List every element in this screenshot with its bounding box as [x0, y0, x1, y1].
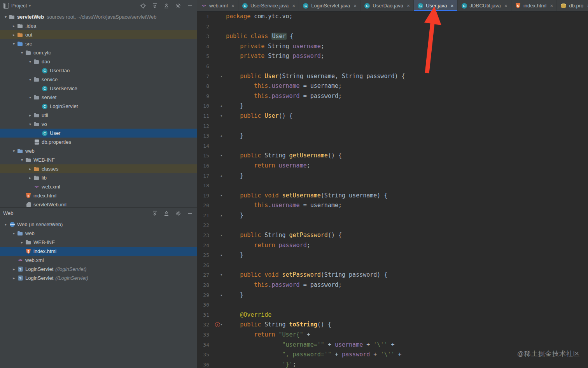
chevron-expanded-icon[interactable]: ▾: [27, 59, 33, 64]
fold-start-icon[interactable]: ▾: [220, 320, 222, 330]
chevron-collapsed-icon[interactable]: ▸: [27, 113, 33, 117]
folder-excluded-icon: [17, 32, 23, 38]
web-item-index-html[interactable]: index.html: [0, 247, 197, 256]
tab-web-xml[interactable]: web.xml×: [197, 0, 238, 11]
close-tab-icon[interactable]: ×: [407, 3, 410, 9]
project-item-web-xml[interactable]: web.xml: [0, 182, 197, 191]
chevron-expanded-icon[interactable]: ▾: [27, 122, 33, 126]
web-item-web-in-servletweb[interactable]: ▾Web (in servletWeb): [0, 220, 197, 229]
chevron-collapsed-icon[interactable]: ▸: [10, 267, 17, 271]
settings-gear-button[interactable]: [175, 210, 181, 216]
close-tab-icon[interactable]: ×: [292, 3, 295, 9]
project-item-dao[interactable]: ▾dao: [0, 57, 197, 66]
fold-start-icon[interactable]: ▾: [220, 151, 222, 161]
project-item-service[interactable]: ▾service: [0, 75, 197, 84]
chevron-collapsed-icon[interactable]: ▸: [10, 24, 17, 28]
project-item-user[interactable]: User: [0, 129, 197, 138]
fold-end-icon[interactable]: ▴: [220, 101, 222, 111]
servlet-icon: [17, 275, 23, 281]
item-hint: sources root, ~/classWork/javaSpace/serv…: [47, 14, 156, 20]
locate-target-button[interactable]: [140, 3, 146, 9]
project-tree: ▾servletWebsources root, ~/classWork/jav…: [0, 11, 197, 207]
web-item-loginservlet[interactable]: ▸LoginServlet(/LoginServlet): [0, 274, 197, 283]
expand-all-button[interactable]: [152, 210, 158, 216]
project-item-classes[interactable]: ▸classes: [0, 164, 197, 173]
gutter: ▴: [214, 250, 225, 260]
fold-end-icon[interactable]: ▴: [220, 211, 222, 221]
project-item-com-ytc[interactable]: ▾com.ytc: [0, 48, 197, 57]
collapse-all-button[interactable]: [163, 3, 170, 9]
code-text: }: [225, 171, 243, 181]
project-item-util[interactable]: ▸util: [0, 111, 197, 120]
overrides-icon[interactable]: ↑: [215, 322, 220, 327]
code-editor[interactable]: 1package com.ytc.vo;23public class User …: [197, 12, 588, 368]
project-item-index-html[interactable]: index.html: [0, 191, 197, 200]
close-tab-icon[interactable]: ×: [504, 3, 508, 9]
fold-start-icon[interactable]: ▾: [220, 72, 222, 82]
watermark: @稀土掘金技术社区: [517, 349, 580, 358]
chevron-down-icon[interactable]: ▾: [29, 4, 31, 8]
close-tab-icon[interactable]: ×: [450, 3, 453, 9]
web-item-loginservlet[interactable]: ▸LoginServlet(/loginServlet): [0, 265, 197, 274]
chevron-expanded-icon[interactable]: ▾: [19, 158, 25, 162]
chevron-collapsed-icon[interactable]: ▸: [27, 176, 33, 180]
close-tab-icon[interactable]: ×: [231, 3, 234, 9]
project-item-servletweb-iml[interactable]: servletWeb.iml: [0, 200, 197, 207]
fold-end-icon[interactable]: ▴: [220, 290, 222, 300]
fold-end-icon[interactable]: ▴: [220, 250, 222, 260]
project-item-db-properties[interactable]: db.properties: [0, 138, 197, 147]
project-item-lib[interactable]: ▸lib: [0, 173, 197, 182]
fold-start-icon[interactable]: ▾: [220, 270, 222, 280]
chevron-expanded-icon[interactable]: ▾: [2, 15, 9, 19]
close-tab-icon[interactable]: ×: [354, 3, 357, 9]
project-item-src[interactable]: ▾src: [0, 39, 197, 48]
fold-end-icon[interactable]: ▴: [220, 171, 222, 181]
project-toolwindow-title[interactable]: Project: [11, 3, 27, 9]
settings-gear-button[interactable]: [175, 3, 181, 9]
tab-jdbcutil-java[interactable]: JDBCUtil.java×: [458, 0, 511, 11]
chevron-collapsed-icon[interactable]: ▸: [10, 276, 17, 280]
line-number: 8: [197, 81, 214, 91]
tab-index-html[interactable]: index.html×: [511, 0, 557, 11]
chevron-collapsed-icon[interactable]: ▸: [27, 167, 33, 171]
project-item-web-inf[interactable]: ▾WEB-INF: [0, 155, 197, 164]
tab-loginservlet-java[interactable]: LoginServlet.java×: [299, 0, 360, 11]
project-item-idea[interactable]: ▸.idea: [0, 21, 197, 30]
project-item-userservice[interactable]: UserService: [0, 84, 197, 93]
chevron-expanded-icon[interactable]: ▾: [27, 95, 33, 99]
fold-start-icon[interactable]: ▾: [220, 111, 222, 121]
gutter: [214, 260, 225, 270]
chevron-expanded-icon[interactable]: ▾: [27, 77, 33, 82]
web-item-web[interactable]: ▾web: [0, 229, 197, 238]
line-number: 24: [197, 241, 214, 251]
project-item-servlet[interactable]: ▾servlet: [0, 93, 197, 102]
project-item-userdao[interactable]: UserDao: [0, 66, 197, 75]
expand-all-button[interactable]: [152, 3, 158, 9]
tab-user-java[interactable]: User.java×: [414, 0, 457, 11]
web-item-web-inf[interactable]: ▸WEB-INF: [0, 238, 197, 247]
chevron-expanded-icon[interactable]: ▾: [10, 149, 17, 153]
class-icon: [42, 130, 48, 136]
hide-panel-button[interactable]: [187, 3, 193, 9]
chevron-expanded-icon[interactable]: ▾: [10, 231, 17, 235]
fold-start-icon[interactable]: ▾: [220, 191, 222, 201]
fold-start-icon[interactable]: ▾: [220, 230, 222, 241]
project-item-loginservlet[interactable]: LoginServlet: [0, 102, 197, 111]
close-tab-icon[interactable]: ×: [550, 3, 553, 9]
chevron-expanded-icon[interactable]: ▾: [19, 51, 25, 55]
chevron-expanded-icon[interactable]: ▾: [10, 42, 17, 46]
collapse-all-button[interactable]: [163, 210, 170, 216]
tab-userdao-java[interactable]: UserDao.java×: [360, 0, 414, 11]
chevron-collapsed-icon[interactable]: ▸: [19, 240, 25, 244]
chevron-expanded-icon[interactable]: ▾: [2, 222, 9, 227]
web-item-web-xml[interactable]: web.xml: [0, 256, 197, 265]
fold-end-icon[interactable]: ▴: [220, 131, 222, 141]
project-item-web[interactable]: ▾web: [0, 147, 197, 155]
tab-userservice-java[interactable]: UserService.java×: [238, 0, 299, 11]
chevron-collapsed-icon[interactable]: ▸: [10, 33, 17, 37]
project-item-servletweb[interactable]: ▾servletWebsources root, ~/classWork/jav…: [0, 12, 197, 21]
project-item-vo[interactable]: ▾vo: [0, 120, 197, 129]
project-item-out[interactable]: ▸out: [0, 30, 197, 39]
hide-panel-button[interactable]: [187, 210, 193, 216]
tab-db-pro[interactable]: db.pro×: [557, 0, 588, 11]
